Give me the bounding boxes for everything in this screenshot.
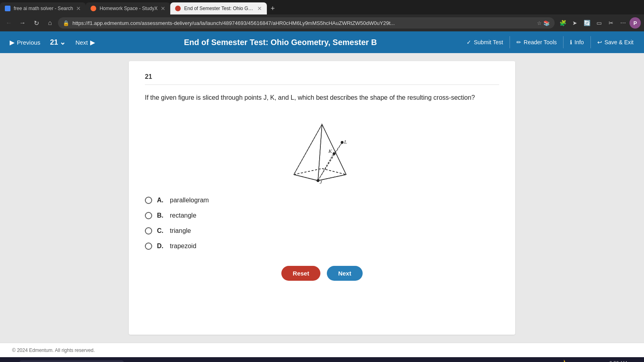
pencil-icon: ✏ — [516, 39, 521, 45]
tab1-close[interactable]: ✕ — [76, 5, 81, 12]
taskbar-app-music[interactable]: 🎵 — [382, 360, 396, 362]
taskbar-app-shield[interactable]: 🛡 — [349, 360, 364, 362]
browser-chrome: free ai math solver - Search ✕ Homework … — [0, 0, 644, 31]
previous-icon: ▶ — [10, 39, 14, 46]
star-icon[interactable]: ☆ — [537, 20, 542, 26]
tab2-favicon — [91, 6, 96, 11]
svg-text:K: K — [328, 148, 332, 154]
taskbar-apps: 📁 🌐 💬 📷 🛡 🛒 🎵 — [126, 360, 556, 362]
weather-widget: 🌙 46°F Clear — [557, 360, 568, 362]
radio-c[interactable] — [145, 227, 152, 234]
dropdown-icon: ⌄ — [60, 38, 66, 47]
option-d-text: trapezoid — [170, 243, 196, 250]
next-label-header: Next — [75, 39, 88, 46]
option-b-text: rectangle — [170, 212, 196, 219]
taskbar: 🔍 Search 📁 🌐 💬 📷 🛡 🛒 🎵 🌙 46°F Clear ^ 📶 … — [0, 357, 644, 362]
taskbar-app-chat[interactable]: 💬 — [317, 360, 332, 362]
tab2-title: Homework Space - StudyX — [99, 6, 157, 11]
reader-tools-label: Reader Tools — [524, 39, 557, 45]
option-a-text: parallelogram — [170, 197, 209, 204]
option-b[interactable]: B. rectangle — [145, 212, 499, 219]
refresh-icon2[interactable]: 🔄 — [581, 17, 592, 29]
address-bar[interactable]: 🔒 https://f1.app.edmentum.com/assessment… — [58, 17, 555, 29]
profile-forward-icon[interactable]: ➤ — [569, 17, 580, 29]
header-divider-1 — [510, 36, 510, 48]
question-number: 21 — [145, 73, 499, 85]
reset-button[interactable]: Reset — [281, 266, 320, 281]
taskbar-app-files[interactable]: 📁 — [285, 360, 299, 362]
header-divider-2 — [563, 36, 564, 48]
tab-2[interactable]: Homework Space - StudyX ✕ — [86, 2, 170, 14]
question-text: If the given figure is sliced through po… — [145, 93, 499, 103]
question-card: 21 If the given figure is sliced through… — [129, 61, 515, 335]
tab-3-active[interactable]: End of Semester Test: Ohio Geom... ✕ — [170, 2, 267, 14]
svg-line-6 — [318, 175, 346, 181]
tab3-close[interactable]: ✕ — [257, 5, 262, 12]
screenshot-icon[interactable]: ✂ — [605, 17, 617, 29]
browser-toolbar: 🧩 ➤ 🔄 ▭ ✂ ⋯ P — [557, 17, 641, 29]
svg-line-8 — [322, 169, 346, 175]
back-button[interactable]: ← — [3, 17, 14, 29]
option-d-letter: D. — [157, 243, 165, 250]
tray-time-display: 3:30 AM — [606, 360, 627, 362]
main-content: 21 If the given figure is sliced through… — [0, 53, 644, 343]
refresh-button[interactable]: ↻ — [31, 17, 42, 29]
start-button[interactable] — [3, 360, 18, 362]
option-c-text: triangle — [170, 227, 191, 234]
question-number-nav[interactable]: 21 ⌄ — [47, 36, 69, 48]
taskbar-app-store[interactable]: 🛒 — [365, 360, 380, 362]
profile-button[interactable]: P — [630, 17, 641, 29]
info-icon: ℹ — [570, 39, 572, 45]
home-button[interactable]: ⌂ — [44, 17, 56, 29]
radio-b[interactable] — [145, 212, 152, 219]
next-button-header[interactable]: Next ▶ — [72, 37, 98, 48]
figure-area: J K L — [145, 112, 499, 185]
reader-tools-button[interactable]: ✏ Reader Tools — [512, 37, 561, 48]
svg-line-5 — [294, 175, 318, 181]
previous-button[interactable]: ▶ Previous — [6, 37, 43, 48]
new-tab-button[interactable]: + — [267, 3, 278, 14]
info-button[interactable]: ℹ Info — [566, 37, 588, 48]
option-d[interactable]: D. trapezoid — [145, 243, 499, 250]
address-bar-row: ← → ↻ ⌂ 🔒 https://f1.app.edmentum.com/as… — [0, 14, 644, 31]
svg-line-19 — [318, 154, 334, 181]
collection-icon[interactable]: 📚 — [543, 20, 550, 26]
header-right: ✓ Submit Test ✏ Reader Tools ℹ Info ↩ Sa… — [462, 36, 638, 48]
option-a[interactable]: A. parallelogram — [145, 197, 499, 204]
option-a-letter: A. — [157, 197, 165, 204]
option-c[interactable]: C. triangle — [145, 227, 499, 234]
app-header: ▶ Previous 21 ⌄ Next ▶ End of Semester T… — [0, 31, 644, 53]
radio-d[interactable] — [145, 243, 152, 250]
taskbar-app-browser[interactable]: 🌐 — [301, 360, 316, 362]
svg-line-7 — [294, 169, 322, 175]
next-icon: ▶ — [90, 39, 95, 46]
submit-test-label: Submit Test — [474, 39, 503, 45]
question-number-display: 21 — [50, 38, 58, 47]
weather-icon: 🌙 — [560, 360, 566, 362]
pyramid-figure: J K L — [282, 112, 362, 185]
header-divider-3 — [590, 36, 591, 48]
page-footer: © 2024 Edmentum. All rights reserved. — [0, 343, 644, 357]
extensions-icon[interactable]: 🧩 — [557, 17, 568, 29]
tab-1[interactable]: free ai math solver - Search ✕ — [0, 2, 86, 14]
more-tools-icon[interactable]: ⋯ — [617, 17, 629, 29]
tray-clock[interactable]: 3:30 AM 5/31/2024 — [606, 360, 627, 362]
tab3-title: End of Semester Test: Ohio Geom... — [184, 6, 254, 11]
tab-bar: free ai math solver - Search ✕ Homework … — [0, 0, 644, 14]
exit-icon: ↩ — [597, 39, 602, 45]
forward-button[interactable]: → — [17, 17, 28, 29]
save-exit-button[interactable]: ↩ Save & Exit — [593, 37, 638, 48]
svg-marker-1 — [294, 124, 322, 181]
taskbar-app-camera[interactable]: 📷 — [333, 360, 348, 362]
radio-a[interactable] — [145, 197, 152, 204]
svg-text:L: L — [344, 139, 347, 145]
next-button[interactable]: Next — [327, 266, 363, 281]
option-b-letter: B. — [157, 212, 165, 219]
sidebar-icon[interactable]: ▭ — [593, 17, 605, 29]
lock-icon: 🔒 — [63, 20, 69, 26]
tab1-favicon — [5, 6, 10, 11]
submit-test-button[interactable]: ✓ Submit Test — [462, 37, 507, 48]
tab2-close[interactable]: ✕ — [161, 5, 165, 12]
answer-options: A. parallelogram B. rectangle C. triangl… — [145, 197, 499, 250]
taskbar-search[interactable]: 🔍 Search — [19, 360, 124, 362]
